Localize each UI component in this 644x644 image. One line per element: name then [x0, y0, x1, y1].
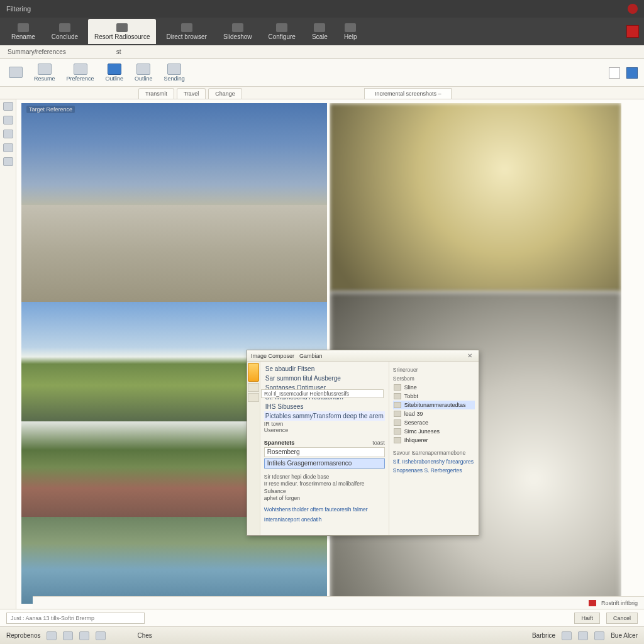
menu-slideshow[interactable]: Slideshow — [217, 19, 258, 44]
dialog-label: IR town — [264, 421, 284, 427]
menu-resort-radiosource[interactable]: Resort Radiosource — [88, 19, 156, 44]
taskbar-icon[interactable] — [47, 631, 57, 640]
ribbon-btn-0[interactable] — [6, 65, 25, 80]
generic-icon — [314, 23, 325, 32]
ribbon-btn-preference[interactable]: Preference — [64, 62, 97, 83]
canvas: Target Reference Image Composer Gambian … — [16, 99, 644, 609]
flag-icon — [589, 600, 596, 606]
dialog-title: Image Composer — [251, 353, 294, 359]
side-list-item[interactable]: Sline — [393, 383, 475, 392]
list-item[interactable]: Pictables sammyTransform deep the arem — [264, 411, 385, 421]
generic-icon — [59, 23, 70, 32]
ribbon-btn-outline2[interactable]: Outline — [132, 62, 155, 83]
pref-icon — [74, 64, 87, 75]
tab-change[interactable]: Change — [208, 88, 242, 99]
side-list-item[interactable]: lead 39 — [393, 409, 475, 418]
doc-tabstrip: Transmit Travel Change Incremental scree… — [0, 87, 644, 99]
command-input[interactable] — [6, 613, 145, 624]
folder-icon — [394, 428, 401, 435]
menu-rename[interactable]: Rename — [5, 19, 42, 44]
record-icon[interactable] — [626, 25, 639, 38]
dialog-close-icon[interactable]: ✕ — [465, 352, 475, 359]
ribbon-btn-outline[interactable]: Outline — [103, 62, 126, 83]
dialog-link[interactable]: Interaniaceport onedatih — [264, 516, 385, 523]
ribbon-btn-sending[interactable]: Sending — [162, 62, 187, 83]
side-link[interactable]: Sif. IIshebrabonenshy fareargores — [393, 458, 475, 465]
folder-icon — [394, 384, 401, 391]
dialog-link[interactable]: Wohtshens tholder oftem fauteoresih falm… — [264, 506, 385, 513]
menu-scale[interactable]: Scale — [306, 19, 334, 44]
generic-icon — [18, 23, 29, 32]
tool-icon[interactable] — [3, 157, 13, 166]
taskbar-icon[interactable] — [79, 631, 89, 640]
tray-icon[interactable] — [578, 631, 588, 640]
menu-conclude[interactable]: Conclude — [45, 19, 84, 44]
image-strip — [21, 205, 327, 302]
image-strip — [330, 103, 621, 292]
menu-configure[interactable]: Configure — [262, 19, 302, 44]
subbar-left: Summary/references — [8, 48, 66, 55]
subbar-right: st — [116, 48, 121, 55]
ok-button[interactable]: Haift — [574, 613, 600, 624]
dialog-label: Userence — [264, 427, 385, 433]
tab-travel[interactable]: Travel — [177, 88, 206, 99]
generic-icon — [345, 23, 356, 32]
canvas-statusbar: Rostrift inftbrig — [33, 596, 644, 609]
tray-icon[interactable] — [594, 631, 604, 640]
taskbar-icon[interactable] — [96, 631, 106, 640]
tray-icon[interactable] — [562, 631, 572, 640]
side-list-item[interactable]: Tobbt — [393, 392, 475, 401]
side-subcaption: Savour Isarrenapermamebone — [393, 450, 475, 456]
titlebar: Filtering — [0, 0, 644, 18]
color-well-white[interactable] — [609, 67, 620, 79]
menu-help[interactable]: Help — [338, 19, 364, 44]
color-well-blue[interactable] — [626, 67, 638, 79]
tool-icon[interactable] — [3, 102, 13, 111]
dialog-field[interactable]: Rosemberg — [264, 447, 385, 457]
tool-icon[interactable] — [3, 130, 13, 138]
cancel-button[interactable]: Cancel — [606, 613, 638, 624]
folder-icon — [394, 437, 401, 443]
image-strip — [21, 103, 327, 205]
side-caption: Sersbom — [393, 375, 475, 382]
resume-icon — [38, 64, 52, 75]
side-list-item[interactable]: Sitebitunammerautedtas — [393, 401, 475, 409]
section-header: Spannetets — [264, 440, 295, 446]
tool-icon[interactable] — [3, 143, 13, 152]
dialog-resolve-field[interactable]: Rol Il_Issemcodiur Heienbfussresifs — [261, 389, 384, 398]
taskbar-app-label[interactable]: Reprobenos — [6, 632, 40, 639]
workspace: Target Reference Image Composer Gambian … — [0, 99, 644, 609]
list-item[interactable]: Se abaudir Fitsen — [264, 364, 385, 374]
subbar: Summary/references st — [0, 45, 644, 59]
taskbar-icon[interactable] — [63, 631, 73, 640]
taskbar-right-label[interactable]: Barbrice — [532, 632, 555, 639]
side-list-item[interactable]: Ihliquerer — [393, 436, 475, 445]
dialog-subtitle: Gambian — [299, 353, 323, 359]
dialog-field[interactable]: Intitels Grasgemerromasrenco — [264, 458, 385, 469]
taskbar-clock-label: Bue Alcer — [611, 632, 638, 639]
dialog-tab[interactable] — [248, 393, 259, 402]
menubar: Rename Conclude Resort Radiosource Direc… — [0, 18, 644, 45]
side-link[interactable]: Snopsenaes S. Rerbergertes — [393, 467, 475, 474]
side-list-item[interactable]: Seserace — [393, 418, 475, 427]
tool-icon[interactable] — [3, 116, 13, 125]
side-list-item[interactable]: Simc Juneses — [393, 427, 475, 436]
dialog-side-panel: Srinerouer Sersbom Sline Tobbt Sitebitun… — [389, 362, 479, 535]
list-item[interactable]: IHS Sibusees — [264, 402, 385, 411]
outline-icon — [108, 64, 121, 75]
taskbar: Reprobenos Ches Barbrice Bue Alcer — [0, 626, 644, 644]
dialog-titlebar[interactable]: Image Composer Gambian ✕ — [247, 350, 479, 362]
dialog-tab[interactable] — [248, 383, 259, 392]
ribbon-btn-resume[interactable]: Resume — [31, 62, 58, 83]
close-icon[interactable] — [628, 4, 638, 14]
taskbar-mid-label[interactable]: Ches — [137, 632, 152, 639]
left-pane-caption: Target Reference — [26, 106, 75, 113]
status-right: Rostrift inftbrig — [601, 600, 638, 606]
list-item[interactable]: Sar summon titul Ausberge — [264, 374, 385, 383]
section-aside: toast — [372, 440, 385, 446]
menu-direct-browser[interactable]: Direct browser — [160, 19, 213, 44]
dialog-tab-active[interactable] — [248, 363, 259, 382]
tab-transmit[interactable]: Transmit — [138, 88, 174, 99]
tab-incremental-screenshots[interactable]: Incremental screenshots – — [364, 88, 452, 99]
dialog-side-tabs — [247, 362, 260, 535]
